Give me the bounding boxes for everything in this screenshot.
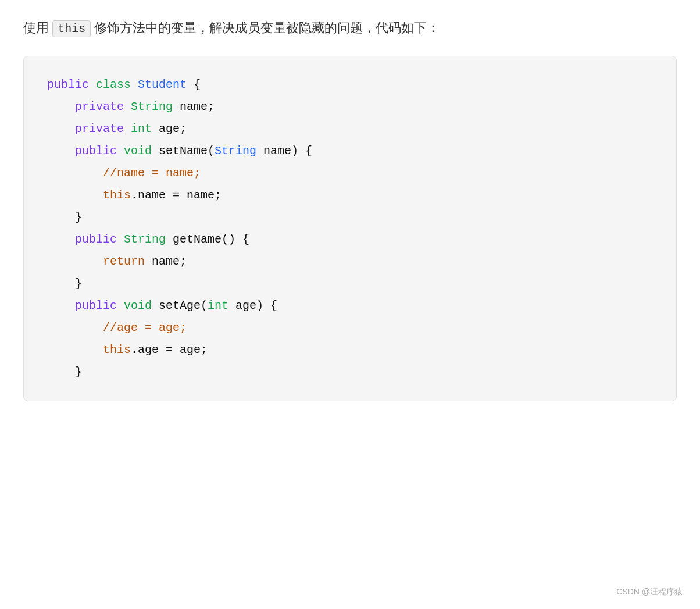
code-token: { bbox=[187, 78, 201, 91]
code-token: return bbox=[103, 255, 152, 268]
code-token: getName() { bbox=[173, 233, 249, 246]
code-token: this bbox=[103, 188, 131, 202]
code-line: private int age; bbox=[47, 118, 653, 140]
code-token: String bbox=[215, 144, 256, 158]
code-token: void bbox=[124, 299, 159, 312]
code-line: public void setAge(int age) { bbox=[47, 295, 653, 317]
code-line: return name; bbox=[47, 251, 653, 273]
code-token: public bbox=[75, 299, 124, 312]
code-token: //name = name; bbox=[103, 166, 201, 180]
code-token: this bbox=[103, 343, 131, 357]
watermark: CSDN @汪程序猿 bbox=[616, 587, 683, 597]
code-token: name; bbox=[173, 100, 215, 113]
code-token: class bbox=[96, 78, 138, 91]
code-token: public bbox=[75, 233, 124, 246]
code-token: int bbox=[131, 122, 152, 136]
code-token: int bbox=[208, 299, 228, 312]
intro-prefix: 使用 bbox=[23, 20, 49, 35]
code-token: void bbox=[124, 144, 159, 158]
code-line: } bbox=[47, 273, 653, 295]
code-line: //name = name; bbox=[47, 162, 653, 184]
code-line: } bbox=[47, 206, 653, 229]
code-token: } bbox=[75, 277, 82, 290]
code-block: public class Student { private String na… bbox=[23, 56, 677, 401]
code-token: name) { bbox=[256, 144, 312, 158]
code-token: public bbox=[47, 78, 96, 91]
code-token: private bbox=[75, 100, 131, 113]
code-line: this.age = age; bbox=[47, 339, 653, 361]
code-line: public void setName(String name) { bbox=[47, 140, 653, 162]
code-line: public String getName() { bbox=[47, 229, 653, 251]
code-token: } bbox=[75, 365, 82, 379]
code-token: age) { bbox=[228, 299, 277, 312]
code-token: age; bbox=[152, 122, 187, 136]
code-token: } bbox=[75, 211, 82, 224]
code-token: String bbox=[131, 100, 173, 113]
code-line: } bbox=[47, 361, 653, 383]
code-token: .name = name; bbox=[131, 188, 222, 202]
inline-code: this bbox=[52, 20, 91, 37]
code-token: Student bbox=[138, 78, 187, 91]
code-token: public bbox=[75, 144, 124, 158]
code-token: private bbox=[75, 122, 131, 136]
code-token: //age = age; bbox=[103, 321, 187, 334]
intro-suffix: 修饰方法中的变量，解决成员变量被隐藏的问题，代码如下： bbox=[94, 20, 440, 35]
code-line: private String name; bbox=[47, 96, 653, 118]
code-token: setName( bbox=[159, 144, 215, 158]
code-token: setAge( bbox=[159, 299, 208, 312]
code-token: .age = age; bbox=[131, 343, 208, 357]
code-line: public class Student { bbox=[47, 74, 653, 96]
code-token: String bbox=[124, 233, 173, 246]
code-line: this.name = name; bbox=[47, 184, 653, 206]
code-line: //age = age; bbox=[47, 317, 653, 339]
intro-text: 使用 this 修饰方法中的变量，解决成员变量被隐藏的问题，代码如下： bbox=[23, 17, 677, 38]
code-token: name; bbox=[152, 255, 187, 268]
